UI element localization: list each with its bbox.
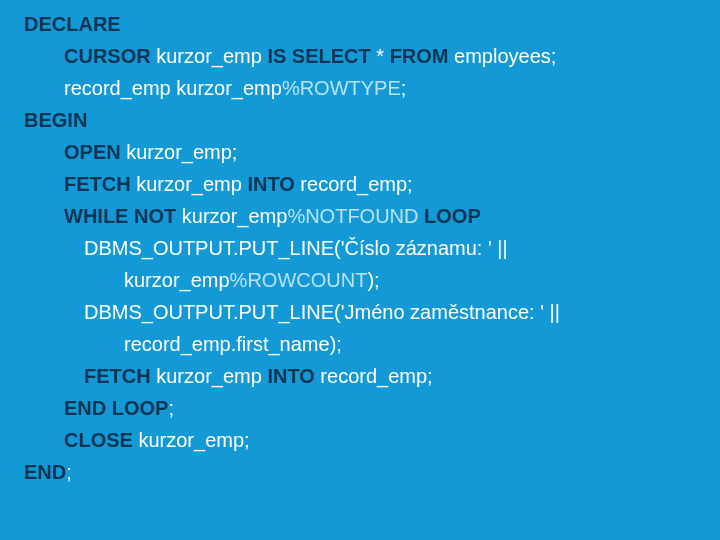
code-token: kurzor_emp — [156, 45, 267, 67]
code-line: FETCH kurzor_emp INTO record_emp; — [24, 360, 696, 392]
code-token: kurzor_emp — [182, 205, 288, 227]
code-token: OPEN — [64, 141, 126, 163]
code-token: * — [376, 45, 389, 67]
code-token: ; — [168, 397, 174, 419]
code-line: END; — [24, 456, 696, 488]
code-token: ; — [66, 461, 72, 483]
code-line: DBMS_OUTPUT.PUT_LINE('Číslo záznamu: ' |… — [24, 232, 696, 264]
code-token: ; — [401, 77, 407, 99]
code-token: INTO — [267, 365, 320, 387]
code-line: CLOSE kurzor_emp; — [24, 424, 696, 456]
code-token: ); — [367, 269, 379, 291]
code-token: FROM — [390, 45, 454, 67]
code-token: kurzor_emp; — [126, 141, 237, 163]
code-token: END — [24, 461, 66, 483]
code-token: %NOTFOUND — [287, 205, 424, 227]
code-token: kurzor_emp; — [138, 429, 249, 451]
code-line: record_emp.first_name); — [24, 328, 696, 360]
code-line: OPEN kurzor_emp; — [24, 136, 696, 168]
code-line: CURSOR kurzor_emp IS SELECT * FROM emplo… — [24, 40, 696, 72]
code-token: kurzor_emp — [136, 173, 247, 195]
code-token: IS SELECT — [267, 45, 376, 67]
code-token: DBMS_OUTPUT.PUT_LINE('Jméno zaměstnance:… — [84, 301, 560, 323]
code-token: BEGIN — [24, 109, 87, 131]
code-token: %ROWTYPE — [282, 77, 401, 99]
code-line: WHILE NOT kurzor_emp%NOTFOUND LOOP — [24, 200, 696, 232]
code-line: DBMS_OUTPUT.PUT_LINE('Jméno zaměstnance:… — [24, 296, 696, 328]
code-token: CURSOR — [64, 45, 156, 67]
code-line: FETCH kurzor_emp INTO record_emp; — [24, 168, 696, 200]
code-token: FETCH — [84, 365, 156, 387]
code-token: INTO — [247, 173, 300, 195]
code-block: DECLARECURSOR kurzor_emp IS SELECT * FRO… — [0, 0, 720, 488]
code-token: WHILE NOT — [64, 205, 182, 227]
code-token: LOOP — [424, 205, 481, 227]
code-line: END LOOP; — [24, 392, 696, 424]
code-token: record_emp.first_name); — [124, 333, 342, 355]
code-token: END LOOP — [64, 397, 168, 419]
code-token: record_emp kurzor_emp — [64, 77, 282, 99]
code-token: DECLARE — [24, 13, 121, 35]
code-line: record_emp kurzor_emp%ROWTYPE; — [24, 72, 696, 104]
code-token: employees; — [454, 45, 556, 67]
code-token: kurzor_emp — [156, 365, 267, 387]
code-token: FETCH — [64, 173, 136, 195]
code-token: record_emp; — [300, 173, 412, 195]
code-token: DBMS_OUTPUT.PUT_LINE('Číslo záznamu: ' |… — [84, 237, 508, 259]
code-line: BEGIN — [24, 104, 696, 136]
code-token: CLOSE — [64, 429, 138, 451]
code-token: record_emp; — [320, 365, 432, 387]
code-line: DECLARE — [24, 8, 696, 40]
code-token: %ROWCOUNT — [230, 269, 368, 291]
code-line: kurzor_emp%ROWCOUNT); — [24, 264, 696, 296]
code-token: kurzor_emp — [124, 269, 230, 291]
